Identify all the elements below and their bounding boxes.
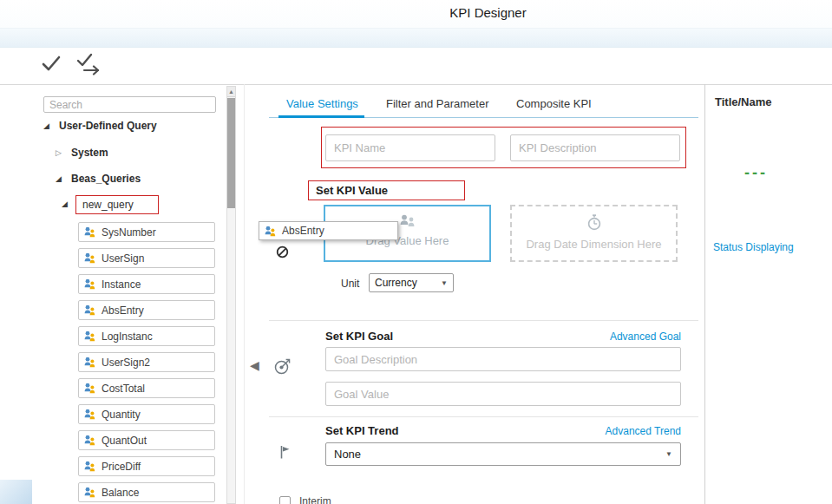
measures-icon: [399, 214, 416, 227]
field-label: SysNumber: [102, 226, 156, 239]
tree-expanded-icon[interactable]: ◢: [56, 174, 64, 183]
kpi-name-input[interactable]: [325, 134, 495, 161]
tree-node-label: new_query: [82, 199, 134, 211]
collapse-panel-handle[interactable]: ◀: [250, 358, 259, 372]
goal-section-header: Set KPI Goal Advanced Goal: [325, 330, 681, 343]
active-tab-underline: [278, 115, 364, 118]
field-label: Quantity: [102, 409, 141, 421]
trend-flag-icon: [278, 444, 291, 460]
set-kpi-trend-heading: Set KPI Trend: [325, 424, 399, 437]
goal-description-input[interactable]: [325, 347, 681, 371]
field-label: LogInstanc: [102, 331, 153, 343]
set-kpi-value-heading: Set KPI Value: [308, 180, 465, 200]
query-field-item[interactable]: UserSign2: [78, 352, 215, 372]
tree-node-label: User-Defined Query: [59, 120, 157, 132]
header-band: [0, 28, 832, 48]
field-icon: [84, 383, 95, 394]
drag-date-dropzone[interactable]: Drag Date Dimension Here: [510, 205, 678, 262]
collapse-arrow-icon: ◀: [250, 358, 259, 372]
tree-node-new-query[interactable]: new_query: [75, 195, 159, 214]
query-field-item[interactable]: Quantity: [78, 404, 215, 424]
unit-label: Unit: [341, 278, 359, 290]
interim-checkbox[interactable]: [279, 496, 291, 504]
tree-expanded-icon[interactable]: ◢: [62, 200, 70, 208]
field-label: UserSign2: [102, 357, 150, 369]
field-icon: [84, 487, 95, 498]
tree-node-beas-queries[interactable]: ◢ Beas_Queries: [56, 173, 141, 185]
interim-label: Interim: [299, 495, 331, 504]
field-icon: [84, 226, 95, 238]
field-icon: [84, 409, 95, 420]
advanced-trend-link[interactable]: Advanced Trend: [606, 425, 681, 437]
field-label: AbsEntry: [102, 304, 144, 317]
field-icon: [84, 435, 95, 446]
query-field-item[interactable]: Instance: [78, 274, 215, 294]
field-label: UserSign: [102, 252, 144, 265]
panel-separator: [244, 84, 245, 504]
field-icon: [84, 304, 95, 316]
goal-target-icon: [273, 357, 292, 376]
field-icon: [265, 226, 276, 237]
preview-value-placeholder: ---: [744, 164, 768, 182]
field-label: Instance: [102, 278, 141, 291]
check-icon: [40, 54, 62, 75]
tree-collapsed-icon[interactable]: ▷: [56, 148, 64, 157]
field-icon: [84, 278, 95, 290]
field-label: CostTotal: [102, 383, 145, 395]
field-icon: [84, 331, 95, 342]
toolbar-divider: [0, 84, 832, 85]
query-field-item[interactable]: AbsEntry: [78, 300, 215, 320]
tab-composite-kpi[interactable]: Composite KPI: [516, 97, 592, 110]
section-title: Set KPI Value: [316, 184, 388, 197]
query-field-item[interactable]: CostTotal: [78, 378, 215, 398]
confirm-and-next-button[interactable]: [75, 52, 104, 76]
query-field-item[interactable]: Balance: [78, 482, 215, 502]
check-arrow-icon: [75, 53, 103, 75]
query-field-item[interactable]: PriceDiff: [78, 456, 215, 476]
scroll-up-icon: ▲: [228, 88, 234, 95]
field-icon: [84, 461, 95, 472]
preview-panel-separator: [704, 84, 705, 504]
dragged-field-chip[interactable]: AbsEntry: [259, 221, 398, 240]
tree-node-label: System: [71, 147, 108, 159]
query-field-item[interactable]: LogInstanc: [78, 326, 215, 346]
query-field-item[interactable]: SysNumber: [78, 222, 215, 242]
section-divider: [269, 320, 698, 321]
scroll-up-button[interactable]: ▲: [227, 87, 235, 97]
stopwatch-icon: [586, 214, 602, 231]
sidebar-scrollbar[interactable]: ▲: [226, 86, 236, 504]
field-label: QuantOut: [102, 435, 147, 447]
tree-node-user-defined-query[interactable]: ◢ User-Defined Query: [43, 120, 157, 132]
kpi-description-input[interactable]: [510, 134, 680, 161]
advanced-goal-link[interactable]: Advanced Goal: [610, 331, 681, 343]
set-kpi-goal-heading: Set KPI Goal: [325, 330, 393, 343]
dragged-field-label: AbsEntry: [282, 225, 324, 237]
tree-node-system[interactable]: ▷ System: [56, 147, 108, 159]
status-displaying-link[interactable]: Status Displaying: [713, 241, 794, 253]
dropdown-arrow-icon: ▼: [665, 450, 672, 458]
section-divider: [269, 416, 698, 417]
title-bar: KPI Designer: [0, 0, 832, 28]
page-title: KPI Designer: [72, 0, 832, 26]
search-input[interactable]: [43, 96, 216, 113]
unit-select[interactable]: Currency ▼: [369, 273, 454, 292]
preview-title: Title/Name: [715, 95, 772, 108]
tree-expanded-icon[interactable]: ◢: [43, 121, 52, 130]
unit-selected-value: Currency: [375, 277, 417, 289]
kpi-value-gauge-icon: [276, 245, 289, 259]
field-label: Balance: [102, 487, 139, 499]
corner-decoration: [0, 480, 32, 504]
drag-date-hint: Drag Date Dimension Here: [526, 238, 661, 251]
field-icon: [84, 357, 95, 368]
trend-section-header: Set KPI Trend Advanced Trend: [325, 424, 681, 437]
kpi-designer-window: KPI Designer ◢ User-Defined Query ▷ Syst…: [0, 0, 832, 504]
query-field-item[interactable]: UserSign: [78, 248, 215, 268]
query-field-item[interactable]: QuantOut: [78, 430, 215, 450]
trend-selected-value: None: [334, 448, 361, 461]
scrollbar-thumb[interactable]: [227, 98, 235, 208]
goal-value-input[interactable]: [325, 382, 681, 406]
tab-value-settings[interactable]: Value Settings: [286, 97, 358, 110]
tab-filter-and-parameter[interactable]: Filter and Parameter: [386, 97, 489, 110]
confirm-button[interactable]: [36, 52, 66, 76]
trend-select[interactable]: None ▼: [325, 442, 681, 466]
